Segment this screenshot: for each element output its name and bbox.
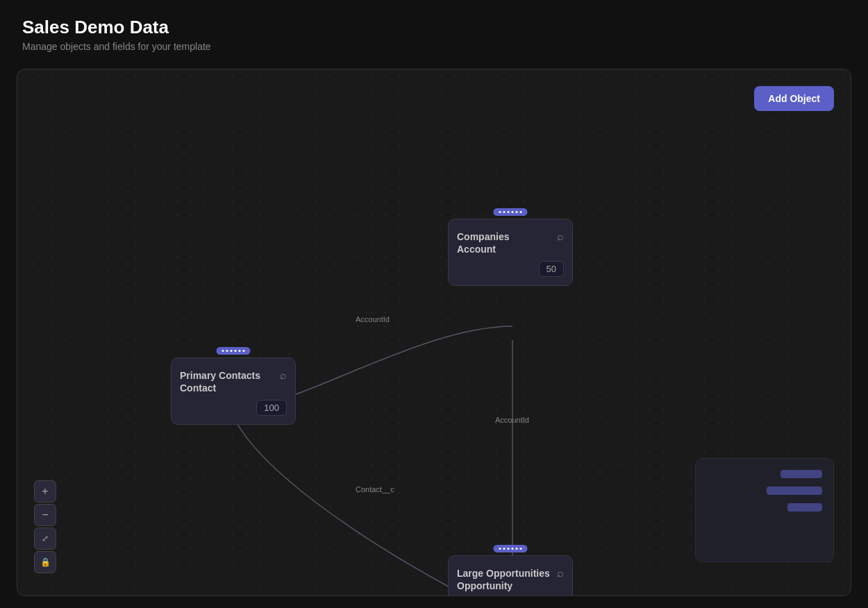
companies-title: Companies Account	[457, 230, 509, 255]
page-header: Sales Demo Data Manage objects and field…	[0, 0, 868, 63]
page-subtitle: Manage objects and fields for your templ…	[22, 41, 846, 52]
zoom-in-button[interactable]: +	[34, 480, 56, 503]
large-opportunities-title: Large Opportunities Opportunity	[457, 567, 550, 592]
companies-account-node[interactable]: Companies Account ⌕ 50	[448, 219, 573, 286]
connection-label-accountid-1: AccountId	[356, 315, 390, 323]
zoom-out-button[interactable]: −	[34, 504, 56, 526]
large-opportunities-header: Large Opportunities Opportunity ⌕	[457, 567, 564, 592]
large-opportunities-drag-handle[interactable]	[494, 545, 528, 552]
companies-count: 50	[457, 261, 564, 277]
preview-block-1	[781, 470, 822, 478]
primary-contacts-title: Primary Contacts Contact	[180, 369, 260, 394]
zoom-controls: + − ⤢ 🔒	[34, 480, 56, 573]
lock-button[interactable]: 🔒	[34, 551, 56, 573]
canvas: Add Object AccountId AccountId Contact__…	[17, 69, 851, 596]
preview-card	[695, 458, 834, 562]
connection-label-contact-c: Contact__c	[356, 485, 394, 493]
primary-contacts-drag-handle[interactable]	[217, 347, 251, 355]
companies-header: Companies Account ⌕	[457, 230, 564, 255]
page-title: Sales Demo Data	[22, 17, 846, 38]
fit-button[interactable]: ⤢	[34, 527, 56, 550]
add-object-button[interactable]: Add Object	[754, 86, 834, 111]
primary-contacts-header: Primary Contacts Contact ⌕	[180, 369, 287, 394]
preview-block-2	[767, 487, 822, 495]
large-opportunities-node[interactable]: Large Opportunities Opportunity ⌕ 100	[448, 555, 573, 596]
primary-contacts-search-icon[interactable]: ⌕	[280, 369, 287, 382]
companies-search-icon[interactable]: ⌕	[557, 230, 564, 243]
connection-label-accountid-2: AccountId	[495, 416, 529, 424]
companies-drag-handle[interactable]	[494, 208, 528, 216]
primary-contacts-node[interactable]: Primary Contacts Contact ⌕ 100	[171, 357, 296, 425]
large-opportunities-search-icon[interactable]: ⌕	[557, 567, 564, 580]
preview-block-3	[787, 503, 822, 512]
primary-contacts-count: 100	[180, 400, 287, 416]
